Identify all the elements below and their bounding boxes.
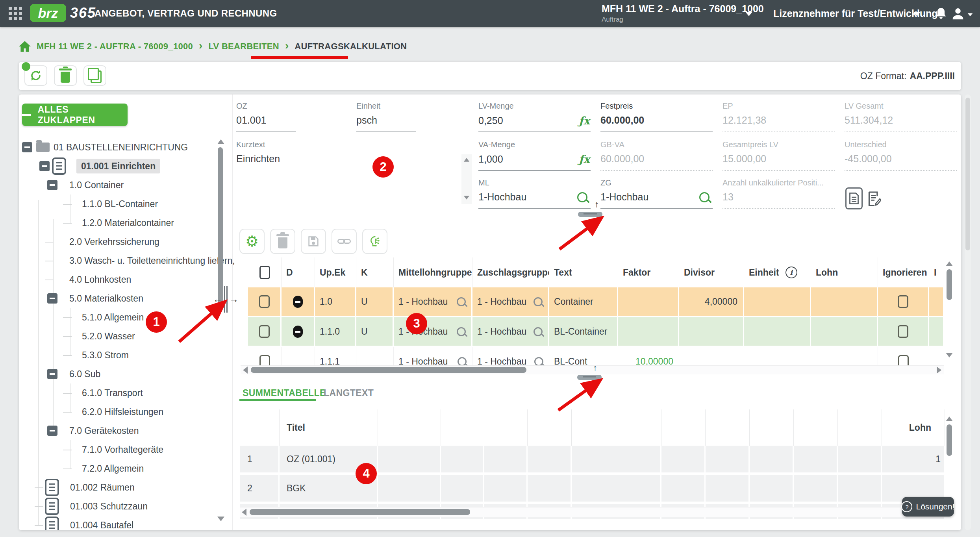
grid-delete-button[interactable] (270, 229, 295, 254)
grid-hscrollbar-thumb[interactable] (251, 367, 526, 373)
tree-item[interactable]: 6.2.0 Hilfsleistungen (19, 402, 232, 421)
grid-header-extra[interactable]: I (929, 257, 944, 287)
tree-scroll-down-icon[interactable] (217, 517, 224, 521)
field-ml[interactable]: ML 1-Hochbau (478, 178, 591, 209)
search-icon[interactable] (577, 192, 587, 202)
grid-cell-einheit[interactable] (744, 287, 811, 316)
tree-item-label[interactable]: 5.1.0 Allgemein (82, 312, 144, 323)
collapse-all-button[interactable]: ALLES ZUKLAPPEN (22, 104, 128, 126)
field-oz[interactable]: OZ01.001 (236, 102, 296, 132)
grid-cell-ign[interactable] (878, 317, 929, 346)
tree-item[interactable]: 01 BAUSTELLENEINRICHTUNG (19, 138, 232, 157)
page-scrollbar-thumb[interactable] (965, 98, 970, 250)
grid-settings-button[interactable]: ⚙ (239, 229, 265, 254)
grid-header-zg[interactable]: Zuschlagsgruppe (472, 257, 549, 287)
grid-row[interactable]: 1.0U1 - Hochbau1 - HochbauContainer4,000… (248, 287, 944, 316)
summary-cell[interactable] (838, 475, 882, 502)
copy-button[interactable] (83, 65, 106, 86)
tree-item-label[interactable]: 4.0 Lohnkosten (69, 274, 131, 285)
grid-cell-check[interactable] (248, 317, 282, 346)
summary-cell[interactable] (661, 475, 706, 502)
summary-cell[interactable] (528, 475, 572, 502)
row-checkbox[interactable] (259, 325, 270, 338)
summary-cell[interactable] (794, 446, 838, 472)
summary-cell[interactable]: 1 (882, 446, 945, 472)
tree-item-label[interactable]: 1.1.0 BL-Container (82, 199, 158, 209)
grid-cell-text[interactable]: Container (549, 287, 618, 316)
tree-item-label[interactable]: 6.1.0 Transport (82, 388, 143, 398)
tree-item[interactable]: 1.1.0 BL-Container (19, 194, 232, 213)
grid-header-ml[interactable]: Mittellohngruppe (394, 257, 472, 287)
user-caret-icon[interactable] (968, 13, 973, 17)
grid-header-check[interactable] (248, 257, 282, 287)
page-scrollbar[interactable] (965, 94, 971, 530)
ignore-checkbox[interactable] (898, 295, 908, 308)
grid-save-button[interactable] (301, 229, 326, 254)
field-einheit[interactable]: Einheitpsch (356, 102, 416, 132)
tree-item[interactable]: 6.0 Sub (19, 365, 232, 383)
summary-cell[interactable] (528, 446, 572, 472)
grid-header-faktor[interactable]: Faktor (618, 257, 679, 287)
collapse-box-icon[interactable] (47, 293, 57, 304)
summary-header-cell[interactable] (528, 409, 572, 446)
field-lv-menge[interactable]: LV-Menge 0,250 ƒx (478, 102, 591, 132)
grid-cell-check[interactable] (248, 287, 282, 316)
tree-item[interactable]: 01.004 Bautafel (19, 516, 232, 530)
grid-scroll-down-icon[interactable] (946, 353, 953, 357)
summary-cell[interactable]: 1 (240, 446, 280, 472)
field-zg[interactable]: ZG 1-Hochbau (600, 178, 713, 209)
grid-cell-k[interactable]: U (356, 317, 394, 346)
grid-scroll-right-icon[interactable] (937, 367, 941, 374)
search-icon[interactable] (534, 357, 543, 366)
grid-header-divisor[interactable]: Divisor (679, 257, 744, 287)
summary-cell[interactable]: 2 (240, 475, 280, 502)
tree-item[interactable]: 3.0 Wasch- u. Toiletteneinrichtung liefe… (19, 251, 232, 270)
summary-header-cell[interactable] (240, 409, 280, 446)
tree-item-label[interactable]: 5.2.0 Wasser (82, 331, 135, 342)
grid-cell-k[interactable]: U (356, 287, 394, 316)
summary-cell[interactable] (750, 475, 794, 502)
search-icon[interactable] (534, 297, 543, 306)
tree-item-label[interactable]: 01.003 Schutzzaun (70, 501, 148, 512)
grid-link-button[interactable] (332, 229, 357, 254)
search-icon[interactable] (534, 327, 543, 336)
tree-scroll-up-icon[interactable] (217, 139, 224, 144)
summary-hscrollbar[interactable] (240, 507, 945, 517)
summary-header-cell[interactable] (484, 409, 528, 446)
field-festpreis[interactable]: Festpreis60.000,00 (600, 102, 713, 132)
tree-scrollbar-thumb[interactable] (218, 147, 223, 309)
search-icon[interactable] (699, 192, 710, 202)
delete-button[interactable] (54, 65, 77, 86)
row-checkbox[interactable] (259, 295, 270, 308)
tree-item-label[interactable]: 01.002 Räumen (70, 482, 135, 493)
summary-header-cell[interactable] (838, 409, 882, 446)
summary-row[interactable]: 1OZ (01.001)1 (240, 446, 945, 472)
summary-cell[interactable] (838, 446, 882, 472)
tree-item-label[interactable]: 1.0 Container (69, 180, 124, 191)
collapse-box-icon[interactable] (47, 426, 57, 436)
kurztext-up-icon[interactable] (464, 158, 469, 162)
grid-cell-divisor[interactable] (679, 317, 744, 346)
tree-item-label[interactable]: 1.2.0 Materialcontainer (82, 218, 174, 228)
grid-scroll-left-icon[interactable] (243, 367, 248, 374)
summary-cell[interactable] (750, 446, 794, 472)
grid-cell-ml[interactable]: 1 - Hochbau (394, 287, 472, 316)
grid-row[interactable]: 1.1.0U1 - Hochbau1 - HochbauBL-Container (248, 317, 944, 346)
summary-scroll-up-icon[interactable] (946, 417, 953, 421)
tree-item-label[interactable]: 5.3.0 Strom (82, 350, 129, 361)
grid-cell-d[interactable] (282, 317, 315, 346)
grid-cell-einheit[interactable] (744, 317, 811, 346)
summary-header-cell[interactable] (378, 409, 441, 446)
grid-cell-ign[interactable] (878, 287, 929, 316)
tree-item-label[interactable]: 6.0 Sub (69, 369, 100, 380)
tree-item[interactable]: 5.0 Materialkosten (19, 289, 232, 308)
summary-header-cell[interactable] (750, 409, 794, 446)
tree-item[interactable]: 01.003 Schutzzaun (19, 497, 232, 516)
summary-row[interactable]: 2BGK (240, 475, 945, 502)
tenant-caret-icon[interactable] (913, 12, 921, 16)
ignore-checkbox[interactable] (898, 325, 908, 338)
tree-item-label[interactable]: 3.0 Wasch- u. Toiletteneinrichtung liefe… (69, 256, 235, 266)
user-account-icon[interactable] (950, 6, 965, 21)
grid-header-text[interactable]: Text (549, 257, 618, 287)
summary-cell[interactable] (441, 475, 484, 502)
